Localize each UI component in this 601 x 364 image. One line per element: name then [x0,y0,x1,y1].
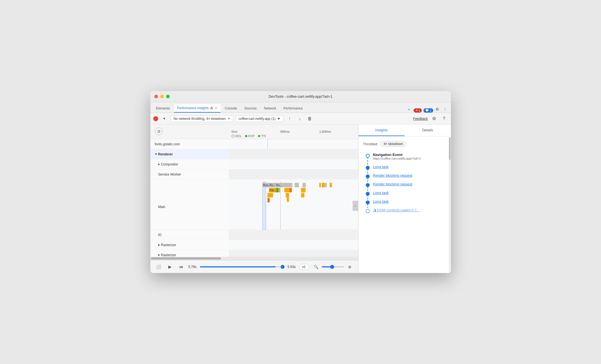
track-row-fonts: fonts.gstatic.com [150,139,358,149]
gear-icon[interactable]: ⚙ [430,115,438,123]
rasterizer2-chevron-icon[interactable] [158,254,160,256]
vertical-scrollbar-thumb[interactable] [449,137,451,160]
tab-sources-label: Sources [244,106,257,110]
maximize-button[interactable] [166,95,170,98]
flame-gray-3[interactable] [287,183,292,187]
insights-panel: Insights Details Throttled: 4× slowdown … [358,125,451,273]
flame-right-1[interactable] [301,188,306,192]
delete-icon[interactable]: 🗑 [306,115,314,123]
track-content-fonts[interactable] [229,139,358,149]
dcl-dot [232,135,234,137]
zoom-track[interactable] [322,266,344,267]
track-content-rasterizer2[interactable] [229,250,358,257]
dashed-marker [280,182,281,230]
compositor-chevron-icon[interactable] [158,163,160,165]
download-icon[interactable]: ↓ [296,115,304,123]
tab-network-label: Network [264,106,276,110]
tab-performance-insights[interactable]: Performance insights 🔥 ✕ [174,104,221,113]
error-count: 1 [418,109,420,112]
renderer-chevron-icon[interactable] [155,153,157,155]
nav-event-title: Navigation Event [373,153,446,157]
timeline-panel: ◷ 0ms 800ms 1,600ms DCL [150,125,358,273]
dom-content-link[interactable]: ◑ DOM contentLoaded 0.7... [373,208,446,212]
record-button[interactable] [153,116,158,121]
flame-o-1[interactable] [267,198,270,202]
info-badge[interactable]: 💬 1 [423,108,433,113]
tti-marker: TTI [258,134,266,138]
zoom-badge[interactable]: x1 [299,264,309,270]
tab-console[interactable]: Console [221,104,240,113]
flame-mid-o[interactable] [290,188,292,192]
feedback-link[interactable]: Feedback [413,117,428,121]
menu-icon[interactable]: ⋮ [441,106,449,113]
expand-right-btn[interactable]: › [353,201,358,211]
flame-gray-4[interactable] [295,183,299,187]
track-content-service-worker[interactable] [229,169,358,179]
time-slider[interactable] [200,266,284,267]
screen-icon[interactable]: ⬜ [155,263,163,271]
long-task-3-link[interactable]: Long task [373,199,446,204]
flame-mid-1[interactable] [284,188,290,192]
fcp-marker: FCP [245,134,255,138]
vertical-scrollbar[interactable] [449,137,451,273]
insights-tabs: Insights Details [358,125,451,136]
tab-details[interactable]: Details [405,125,451,136]
record-dropdown-btn[interactable]: ▼ [160,115,168,123]
long-task-1-link[interactable]: Long task [373,165,446,169]
zoom-thumb[interactable] [330,265,334,269]
flame-par[interactable]: Par... [269,188,280,192]
throttled-label: Throttled: [363,142,378,146]
track-content-main[interactable]: Run... Ru... Ru... Par... [229,182,358,230]
rewind-icon[interactable]: ⏮ [177,263,185,271]
upload-icon[interactable]: ↑ [286,115,293,123]
throttling-dropdown[interactable]: No network throttling, 4× slowdown ▼ [171,115,233,122]
tab-badges: ✕ 1 💬 1 [414,108,433,113]
zoom-out-icon[interactable]: 🔍 [312,263,320,271]
track-content-compositor[interactable] [229,159,358,169]
flame-far-2[interactable] [322,183,325,187]
help-icon[interactable]: ? [440,115,448,123]
long-task-2-link[interactable]: Long task [373,191,446,195]
tab-elements[interactable]: Elements [153,104,173,113]
tab-performance[interactable]: Performance [280,104,306,113]
close-button[interactable] [154,95,158,98]
flame-par-label: Par... [270,189,276,192]
time-slider-thumb[interactable] [281,265,285,269]
minimize-button[interactable] [160,95,164,98]
rasterizer1-chevron-icon[interactable] [158,244,160,246]
tab-console-label: Console [225,106,237,110]
flame-far-1[interactable] [319,183,321,187]
render-block-1-link[interactable]: Render blocking request [373,173,446,178]
dcl-label: DCL [236,134,242,138]
tab-network[interactable]: Network [260,104,279,113]
flame-mid-3[interactable] [287,197,289,202]
more-tabs-button[interactable]: » [406,106,412,113]
horizontal-scrollbar[interactable] [150,257,358,260]
flame-mid-2[interactable] [286,193,289,197]
nav-event-url: https://coffee-cart.netlify.app/?ad=1 [373,157,446,160]
tab-insights[interactable]: Insights [358,125,405,136]
scrollbar-thumb[interactable] [151,257,221,260]
play-icon[interactable]: ▶ [166,263,174,271]
track-row-service-worker: Service Worker [150,169,358,179]
time-slider-fill [200,266,276,267]
service-worker-label: Service Worker [158,172,181,176]
error-badge[interactable]: ✕ 1 [414,108,422,113]
flame-y-3[interactable] [271,193,273,197]
flame-g-1[interactable] [276,188,278,192]
track-content-io[interactable] [229,230,358,240]
flame-right-2[interactable] [301,193,304,197]
render-block-1-dot [366,174,370,178]
throttled-value[interactable]: 4× slowdown [380,141,406,147]
track-content-rasterizer1[interactable] [229,240,358,250]
flame-gray-5[interactable] [302,183,306,187]
flame-far-3[interactable] [330,183,332,187]
details-tab-label: Details [422,128,433,132]
render-block-2-link[interactable]: Render blocking request [373,182,446,186]
zoom-in-icon[interactable]: ⊕ [346,263,354,271]
track-content-renderer[interactable] [229,149,358,159]
tab-close-icon[interactable]: ✕ [215,106,217,110]
tab-sources[interactable]: Sources [241,104,260,113]
url-dropdown[interactable]: coffee-cart.netlify.app (1) ▼ [236,115,284,122]
settings-icon[interactable]: ⚙ [434,106,441,113]
